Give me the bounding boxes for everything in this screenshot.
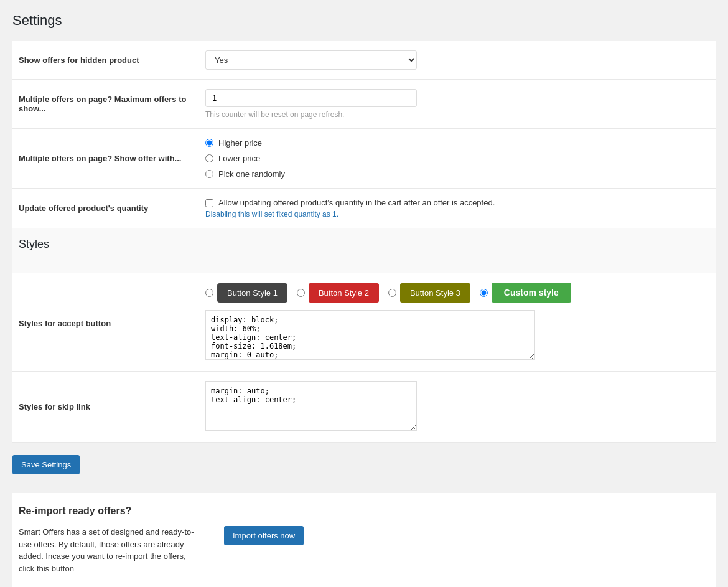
styles-section-header: Styles (12, 228, 716, 273)
hidden-product-label: Show offers for hidden product (12, 41, 199, 80)
styles-title: Styles (19, 238, 703, 251)
button-style-4-option: Custom style (480, 283, 571, 303)
update-quantity-value-cell: Allow updating offered product's quantit… (199, 189, 716, 228)
radio-pick-randomly-label: Pick one randomly (218, 169, 285, 179)
button-style-1-radio[interactable] (205, 289, 213, 297)
update-quantity-note: Disabling this will set fixed quantity a… (205, 210, 709, 218)
radio-group-price: Higher price Lower price Pick one random… (205, 138, 709, 179)
update-quantity-checkbox[interactable] (205, 199, 213, 207)
max-offers-label: Multiple offers on page? Maximum offers … (12, 80, 199, 129)
button-style-2-preview[interactable]: Button Style 2 (309, 283, 379, 303)
reimport-section: Re-import ready offers? Smart Offers has… (12, 493, 716, 587)
max-offers-value-cell: This counter will be reset on page refre… (199, 80, 716, 129)
accept-button-label: Styles for accept button (12, 273, 199, 372)
button-style-2-option: Button Style 2 (297, 283, 379, 303)
reimport-title: Re-import ready offers? (19, 505, 709, 517)
reimport-content: Smart Offers has a set of designed and r… (19, 526, 709, 575)
skip-link-label: Styles for skip link (12, 372, 199, 443)
show-offer-with-value-cell: Higher price Lower price Pick one random… (199, 129, 716, 189)
button-style-4-preview[interactable]: Custom style (492, 283, 571, 303)
button-style-3-preview[interactable]: Button Style 3 (400, 283, 470, 303)
import-offers-button[interactable]: Import offers now (224, 526, 304, 545)
accept-button-value-cell: Button Style 1 Button Style 2 Button Sty… (199, 273, 716, 372)
button-style-options: Button Style 1 Button Style 2 Button Sty… (205, 283, 709, 303)
skip-link-styles-row: Styles for skip link margin: auto; text-… (12, 372, 716, 443)
radio-pick-randomly-input[interactable] (205, 170, 213, 178)
hidden-product-value-cell: Yes No (199, 41, 716, 80)
update-quantity-checkbox-wrapper: Allow updating offered product's quantit… (205, 198, 709, 207)
skip-link-textarea[interactable]: margin: auto; text-align: center; (205, 381, 417, 431)
radio-lower-price-input[interactable] (205, 154, 213, 162)
radio-pick-randomly[interactable]: Pick one randomly (205, 169, 709, 179)
save-settings-button[interactable]: Save Settings (12, 455, 80, 474)
button-style-4-radio[interactable] (480, 289, 488, 297)
reimport-description: Smart Offers has a set of designed and r… (19, 526, 199, 575)
button-style-2-radio[interactable] (297, 289, 305, 297)
radio-higher-price-input[interactable] (205, 139, 213, 147)
update-quantity-checkbox-label: Allow updating offered product's quantit… (218, 198, 495, 207)
custom-style-textarea[interactable]: display: block; width: 60%; text-align: … (205, 310, 535, 360)
radio-higher-price[interactable]: Higher price (205, 138, 709, 148)
button-style-1-preview[interactable]: Button Style 1 (217, 283, 287, 303)
skip-link-value-cell: margin: auto; text-align: center; (199, 372, 716, 443)
page-title: Settings (12, 12, 716, 29)
show-offer-with-label: Multiple offers on page? Show offer with… (12, 129, 199, 189)
max-offers-hint: This counter will be reset on page refre… (205, 110, 709, 119)
hidden-product-select[interactable]: Yes No (205, 50, 417, 70)
max-offers-row: Multiple offers on page? Maximum offers … (12, 80, 716, 129)
button-style-3-radio[interactable] (388, 289, 396, 297)
button-style-3-option: Button Style 3 (388, 283, 470, 303)
update-quantity-label: Update offered product's quantity (12, 189, 199, 228)
max-offers-input[interactable] (205, 89, 417, 107)
button-style-1-option: Button Style 1 (205, 283, 287, 303)
radio-lower-price-label: Lower price (218, 154, 260, 163)
radio-higher-price-label: Higher price (218, 138, 262, 148)
hidden-product-row: Show offers for hidden product Yes No (12, 41, 716, 80)
settings-table: Show offers for hidden product Yes No Mu… (12, 41, 716, 443)
update-quantity-row: Update offered product's quantity Allow … (12, 189, 716, 228)
radio-lower-price[interactable]: Lower price (205, 154, 709, 163)
styles-section-header-cell: Styles (12, 228, 716, 273)
show-offer-with-row: Multiple offers on page? Show offer with… (12, 129, 716, 189)
accept-button-styles-row: Styles for accept button Button Style 1 … (12, 273, 716, 372)
